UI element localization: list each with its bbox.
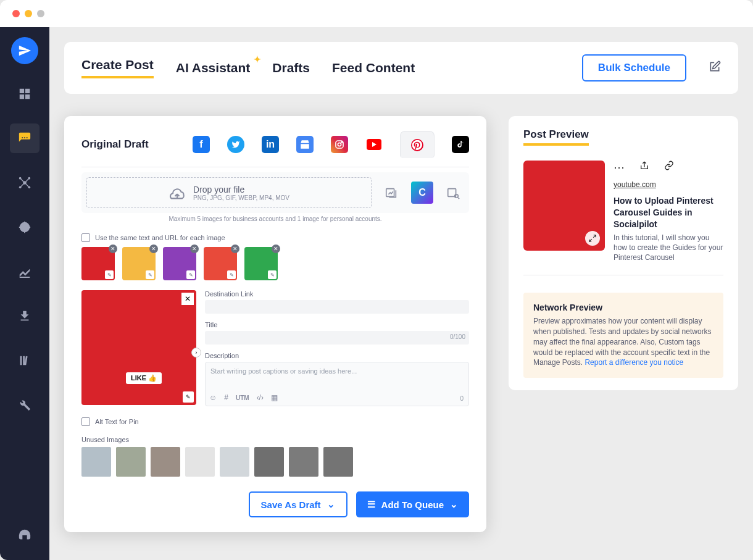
file-drop-zone[interactable]: Drop your file PNG, JPG, GIF, WEBP, MP4,…	[86, 177, 372, 208]
code-icon[interactable]: ‹/›	[257, 393, 264, 402]
instagram-icon[interactable]	[331, 136, 348, 153]
google-business-icon[interactable]	[296, 136, 314, 153]
tab-drafts[interactable]: Drafts	[272, 61, 310, 75]
sidebar-posts[interactable]	[10, 123, 40, 153]
sidebar-library[interactable]	[10, 346, 40, 375]
unused-thumb[interactable]	[151, 447, 180, 477]
thumb-edit-icon[interactable]: ✎	[105, 270, 114, 279]
unused-thumb[interactable]	[81, 447, 111, 477]
utm-button[interactable]: UTM	[236, 395, 249, 401]
alt-text-checkbox[interactable]	[81, 417, 90, 426]
thumb-edit-icon[interactable]: ✎	[268, 270, 277, 279]
hashtag-icon[interactable]: #	[224, 393, 228, 402]
template-icon[interactable]: ▦	[271, 393, 278, 402]
drop-formats: PNG, JPG, GIF, WEBP, MP4, MOV	[193, 194, 289, 201]
image-search-icon[interactable]	[442, 182, 464, 204]
thumb-edit-icon[interactable]: ✎	[146, 270, 154, 279]
sparkle-icon: ✦	[254, 54, 261, 64]
facebook-icon[interactable]: f	[193, 136, 210, 153]
thumb-remove-icon[interactable]: ✕	[190, 244, 199, 253]
sidebar-target[interactable]	[10, 212, 40, 242]
description-placeholder: Start writing post captions or saving id…	[210, 367, 357, 375]
thumb-2[interactable]: ✕✎	[122, 247, 156, 280]
thumb-3[interactable]: ✕✎	[163, 247, 196, 280]
unused-thumb[interactable]	[323, 447, 353, 477]
preview-url[interactable]: youtube.com	[614, 180, 723, 189]
same-text-label: Use the same text and URL for each image	[95, 234, 225, 241]
share-icon[interactable]	[639, 161, 649, 174]
chevron-down-icon: ⌄	[327, 499, 335, 510]
add-to-queue-button[interactable]: ☰Add To Queue⌄	[356, 491, 469, 517]
sidebar-inbox[interactable]	[10, 301, 40, 331]
sidebar-support[interactable]	[10, 520, 40, 550]
maximize-dot[interactable]	[37, 10, 44, 17]
pinterest-icon[interactable]	[400, 131, 435, 158]
sidebar	[0, 27, 49, 560]
tab-ai-assistant[interactable]: AI Assistant✦	[176, 61, 251, 75]
logo-icon[interactable]	[11, 37, 38, 64]
thumb-remove-icon[interactable]: ✕	[231, 244, 239, 253]
thumb-edit-icon[interactable]: ✎	[186, 270, 195, 279]
svg-point-7	[338, 143, 341, 146]
thumb-4[interactable]: ✕✎	[204, 247, 237, 280]
linkedin-icon[interactable]: in	[262, 136, 279, 153]
unused-thumb[interactable]	[185, 447, 215, 477]
unused-images	[81, 447, 469, 477]
destination-link-label: Destination Link	[205, 290, 469, 298]
thumb-remove-icon[interactable]: ✕	[109, 244, 117, 253]
sidebar-dashboard[interactable]	[10, 79, 40, 109]
description-input[interactable]: Start writing post captions or saving id…	[205, 362, 469, 406]
canva-icon[interactable]: C	[411, 182, 433, 204]
description-counter: 0	[460, 395, 464, 402]
save-draft-button[interactable]: Save As Draft⌄	[249, 491, 347, 517]
sidebar-analytics[interactable]	[10, 257, 40, 286]
tab-create-post[interactable]: Create Post	[81, 57, 154, 78]
close-dot[interactable]	[12, 10, 20, 17]
thumb-remove-icon[interactable]: ✕	[149, 244, 158, 253]
same-text-checkbox[interactable]	[81, 233, 90, 242]
link-icon[interactable]	[664, 161, 674, 174]
title-label: Title	[205, 321, 469, 328]
more-icon[interactable]: ⋯	[614, 161, 625, 174]
edit-image-icon[interactable]: ✎	[183, 391, 194, 403]
selected-image: ✕ › ✎ LIKE 👍	[81, 290, 196, 405]
preview-title: Post Preview	[523, 128, 589, 146]
tab-feed-content[interactable]: Feed Content	[332, 61, 415, 75]
sidebar-network[interactable]	[10, 168, 40, 198]
svg-point-13	[455, 194, 459, 198]
twitter-icon[interactable]	[227, 136, 244, 153]
description-label: Description	[205, 352, 469, 359]
close-icon[interactable]: ✕	[181, 293, 194, 305]
minimize-dot[interactable]	[25, 10, 32, 17]
thumb-remove-icon[interactable]: ✕	[272, 244, 280, 253]
window-titlebar	[0, 0, 753, 27]
title-input[interactable]	[205, 331, 469, 345]
upload-limit-note: Maximum 5 images for business accounts a…	[81, 215, 469, 222]
tab-ai-label: AI Assistant	[176, 61, 251, 75]
network-preview-box: Network Preview Preview approximates how…	[523, 293, 723, 378]
youtube-icon[interactable]	[365, 136, 383, 153]
preview-description: In this tutorial, I will show you how to…	[614, 233, 723, 263]
report-link[interactable]: Report a difference you notice	[585, 358, 683, 367]
preview-image	[523, 161, 605, 251]
destination-link-input[interactable]	[205, 300, 469, 314]
unused-thumb[interactable]	[254, 447, 284, 477]
unused-thumb[interactable]	[116, 447, 146, 477]
media-library-icon[interactable]	[380, 182, 402, 204]
tiktok-icon[interactable]	[452, 136, 469, 153]
chevron-down-icon: ⌄	[450, 499, 458, 510]
preview-headline: How to Upload Pinterest Carousel Guides …	[614, 195, 723, 230]
expand-icon[interactable]	[585, 231, 600, 246]
draft-editor: Original Draft f in	[64, 116, 486, 532]
unused-thumb[interactable]	[289, 447, 318, 477]
thumb-edit-icon[interactable]: ✎	[227, 270, 236, 279]
sidebar-tools[interactable]	[10, 390, 40, 420]
unused-thumb[interactable]	[220, 447, 249, 477]
top-tabs: Create Post AI Assistant✦ Drafts Feed Co…	[64, 42, 738, 94]
emoji-icon[interactable]: ☺	[209, 393, 217, 402]
thumb-1[interactable]: ✕✎	[81, 247, 115, 280]
thumb-5[interactable]: ✕✎	[244, 247, 278, 280]
next-arrow-icon[interactable]: ›	[191, 348, 201, 357]
compose-icon[interactable]	[709, 61, 721, 75]
bulk-schedule-button[interactable]: Bulk Schedule	[582, 54, 686, 81]
